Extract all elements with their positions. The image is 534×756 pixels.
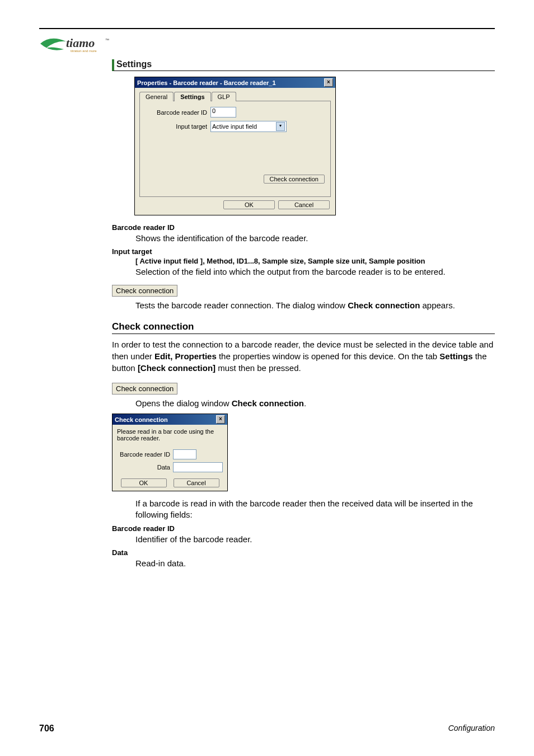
desc-barcode-id-2: Identifier of the barcode reader. [135,534,495,545]
dialog-title: Properties - Barcode reader - Barcode re… [137,79,276,86]
input-data[interactable] [173,462,223,472]
check-connection-inline-button[interactable]: Check connection [112,285,177,297]
label-barcode-id: Barcode reader ID [146,109,210,116]
dialog-title: Check connection [115,416,168,423]
ok-button[interactable]: OK [121,478,167,487]
desc-opens-dialog: Opens the dialog window Check connection… [135,398,495,409]
label-data: Data [117,464,173,471]
check-connection-inline-button-2[interactable]: Check connection [112,383,177,395]
options-input-target: [ Active input field ], Method, ID1...8,… [135,257,495,265]
check-connection-paragraph: In order to test the connection to a bar… [112,339,495,374]
logo: tiamo ™ titration and more [39,34,495,56]
section-title-check-connection: Check connection [112,321,495,334]
properties-dialog: Properties - Barcode reader - Barcode re… [134,77,336,215]
dialog-instruction: Please read in a bar code using the barc… [117,428,223,442]
select-value: Active input field [212,123,257,130]
input-barcode-id[interactable] [173,449,196,459]
desc-input-target: Selection of the field into which the ou… [135,266,495,278]
select-input-target[interactable]: Active input field ▾ [210,121,287,132]
ok-button[interactable]: OK [223,200,275,209]
check-connection-dialog: Check connection × Please read in a bar … [112,414,228,491]
check-connection-button[interactable]: Check connection [264,175,325,184]
cancel-button[interactable]: Cancel [174,478,219,487]
svg-text:™: ™ [105,38,109,42]
desc-barcode-read: If a barcode is read in with the barcode… [135,498,495,521]
input-barcode-id[interactable]: 0 [210,107,236,118]
close-icon[interactable]: × [216,415,225,424]
tab-settings[interactable]: Settings [174,92,210,101]
close-icon[interactable]: × [324,78,333,87]
desc-data: Read-in data. [135,558,495,569]
term-data: Data [112,548,495,557]
page-number: 706 [39,724,54,734]
term-input-target: Input target [112,247,495,256]
svg-text:tiamo: tiamo [66,36,95,50]
cancel-button[interactable]: Cancel [278,200,330,209]
svg-text:titration and more: titration and more [71,49,97,53]
tab-general[interactable]: General [139,92,174,101]
desc-check-connection: Tests the barcode reader connection. The… [135,300,495,311]
footer-section: Configuration [448,724,495,734]
label-barcode-id: Barcode reader ID [117,451,173,458]
term-barcode-id-2: Barcode reader ID [112,524,495,533]
chevron-down-icon[interactable]: ▾ [276,122,285,131]
tab-glp[interactable]: GLP [212,92,236,101]
term-barcode-id: Barcode reader ID [112,223,495,232]
label-input-target: Input target [146,123,210,130]
section-title-settings: Settings [112,59,495,71]
desc-barcode-id: Shows the identification of the barcode … [135,233,495,244]
